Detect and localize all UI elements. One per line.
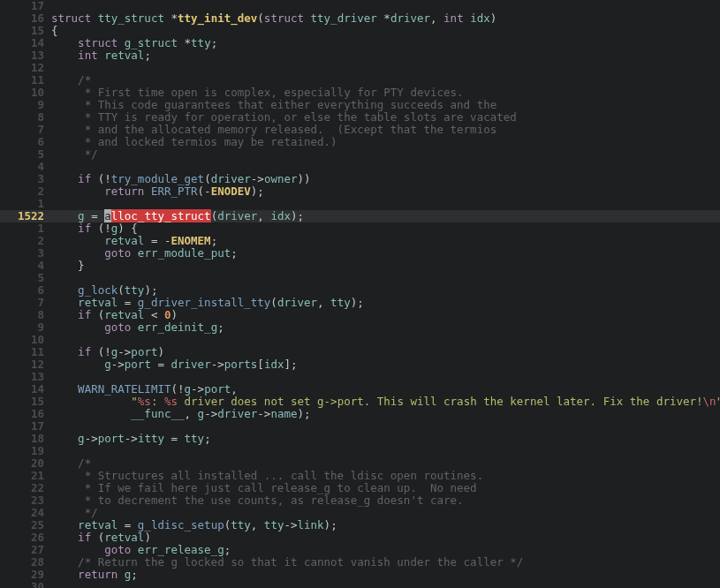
code-line: 30	[0, 581, 720, 588]
code-content	[51, 198, 720, 210]
code-line: 12 g->port = driver->ports[idx];	[0, 358, 720, 371]
code-line: 1 if (!g) {	[0, 222, 720, 235]
code-content: /*	[51, 74, 720, 87]
code-line: 5	[0, 272, 720, 284]
code-line: 8 * TTY is ready for operation, or else …	[0, 111, 720, 124]
line-number: 20	[0, 457, 51, 470]
line-number: 14	[0, 37, 51, 49]
code-line: 2 retval = -ENOMEM;	[0, 235, 720, 247]
line-number: 16	[0, 408, 51, 420]
code-line: 7 * and the allocated memory released. (…	[0, 124, 720, 136]
code-line: 10 * First time open is complex, especia…	[0, 87, 720, 99]
code-content: retval = g_ldisc_setup(tty, tty->link);	[51, 519, 720, 531]
code-content: * and locked termios may be retained.)	[51, 136, 720, 148]
code-content: * First time open is complex, especially…	[51, 87, 720, 99]
line-number: 11	[0, 74, 51, 87]
line-number: 4	[0, 161, 51, 173]
code-line: 21 * Structures all installed ... call t…	[0, 470, 720, 482]
line-number: 13	[0, 49, 51, 62]
line-number: 8	[0, 111, 51, 124]
code-line: 7 retval = g_driver_install_tty(driver, …	[0, 297, 720, 309]
code-content: if (!try_module_get(driver->owner))	[51, 173, 720, 185]
code-content: /*	[51, 457, 720, 470]
line-number: 23	[0, 494, 51, 507]
code-content: retval = g_driver_install_tty(driver, tt…	[51, 297, 720, 309]
code-line: 19	[0, 445, 720, 457]
line-number: 15	[0, 25, 51, 37]
code-line: 10	[0, 334, 720, 346]
code-content: int retval;	[51, 49, 720, 62]
line-number-current: 1522	[0, 210, 51, 222]
code-line: 15 "%s: %s driver does not set g->port. …	[0, 396, 720, 408]
line-number: 15	[0, 396, 51, 408]
line-number: 5	[0, 148, 51, 161]
line-number: 11	[0, 346, 51, 358]
code-line: 17	[0, 420, 720, 433]
code-content: if (!g) {	[51, 222, 720, 235]
code-content: __func__, g->driver->name);	[51, 408, 720, 420]
code-content: return ERR_PTR(-ENODEV);	[51, 185, 720, 198]
code-line: 13	[0, 371, 720, 383]
line-number: 2	[0, 235, 51, 247]
code-content: */	[51, 148, 720, 161]
line-number: 6	[0, 284, 51, 297]
line-number: 10	[0, 334, 51, 346]
code-line: 22 * If we fail here just call release_g…	[0, 482, 720, 494]
code-line: 23 * to decrement the use counts, as rel…	[0, 494, 720, 507]
code-content	[51, 272, 720, 284]
line-number: 17	[0, 420, 51, 433]
code-content: if (retval < 0)	[51, 309, 720, 321]
line-number: 5	[0, 272, 51, 284]
code-line-cursor: 1522 g = alloc_tty_struct(driver, idx);	[0, 210, 720, 222]
line-number: 18	[0, 433, 51, 445]
code-line: 29 return g;	[0, 569, 720, 581]
code-content: goto err_release_g;	[51, 544, 720, 556]
code-content: if (retval)	[51, 531, 720, 544]
line-number: 17	[0, 0, 51, 12]
line-number: 19	[0, 445, 51, 457]
code-line: 11 /*	[0, 74, 720, 87]
code-line: 15{	[0, 25, 720, 37]
code-line: 3 goto err_module_put;	[0, 247, 720, 260]
code-content	[51, 420, 720, 433]
line-number: 29	[0, 569, 51, 581]
line-number: 12	[0, 358, 51, 371]
code-content: return g;	[51, 569, 720, 581]
cursor: a	[104, 209, 111, 222]
line-number: 27	[0, 544, 51, 556]
code-line: 17	[0, 0, 720, 12]
code-content: goto err_deinit_g;	[51, 321, 720, 334]
code-content	[51, 161, 720, 173]
code-content: * This code guarantees that either every…	[51, 99, 720, 111]
code-line: 14 struct g_struct *tty;	[0, 37, 720, 49]
code-content: * TTY is ready for operation, or else th…	[51, 111, 720, 124]
code-content: {	[51, 25, 720, 37]
code-content: struct tty_struct *tty_init_dev(struct t…	[51, 12, 720, 25]
code-line: 16 __func__, g->driver->name);	[0, 408, 720, 420]
line-number: 9	[0, 321, 51, 334]
line-number: 22	[0, 482, 51, 494]
line-number: 10	[0, 87, 51, 99]
code-editor[interactable]: 17 16struct tty_struct *tty_init_dev(str…	[0, 0, 720, 588]
line-number: 26	[0, 531, 51, 544]
line-number: 2	[0, 185, 51, 198]
line-number: 1	[0, 198, 51, 210]
code-line: 11 if (!g->port)	[0, 346, 720, 358]
code-line: 20 /*	[0, 457, 720, 470]
code-content: g_lock(tty);	[51, 284, 720, 297]
code-content	[51, 581, 720, 588]
code-line: 6 * and locked termios may be retained.)	[0, 136, 720, 148]
line-number: 12	[0, 62, 51, 74]
line-number: 25	[0, 519, 51, 531]
line-number: 4	[0, 260, 51, 272]
code-line: 5 */	[0, 148, 720, 161]
line-number: 6	[0, 136, 51, 148]
code-line: 4	[0, 161, 720, 173]
code-line: 9 * This code guarantees that either eve…	[0, 99, 720, 111]
line-number: 3	[0, 247, 51, 260]
code-content: /* Return the g locked so that it cannot…	[51, 556, 720, 569]
line-number: 28	[0, 556, 51, 569]
code-content	[51, 62, 720, 74]
code-line: 13 int retval;	[0, 49, 720, 62]
line-number: 7	[0, 124, 51, 136]
